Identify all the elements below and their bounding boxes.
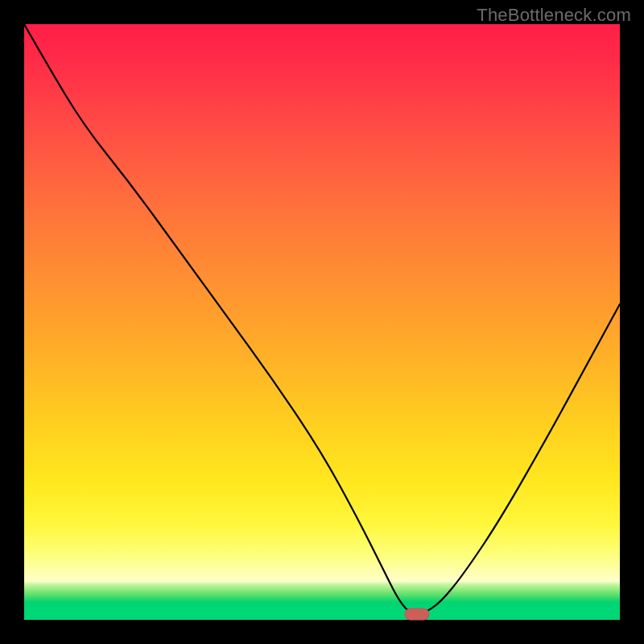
watermark-text: TheBottleneck.com [477, 5, 631, 26]
plot-area [24, 24, 620, 620]
optimal-marker [405, 608, 430, 620]
chart-frame: TheBottleneck.com [0, 0, 644, 644]
curve-svg [24, 24, 620, 620]
bottleneck-curve [24, 24, 620, 614]
